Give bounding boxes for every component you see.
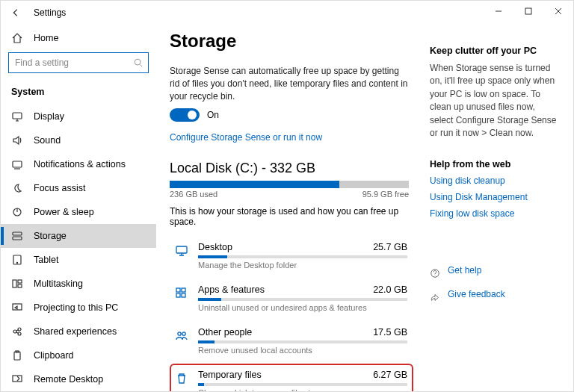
sidebar-item-label: Sound bbox=[34, 135, 61, 146]
disk-usage-bar bbox=[170, 181, 409, 188]
tip-body: When Storage sense is turned on, it'll f… bbox=[430, 62, 557, 140]
svg-point-14 bbox=[13, 330, 16, 333]
help-title: Help from the web bbox=[430, 159, 563, 169]
svg-rect-17 bbox=[14, 352, 20, 360]
storage-category-apps-features[interactable]: Apps & features22.0 GBUninstall unused o… bbox=[170, 279, 413, 318]
svg-point-26 bbox=[182, 332, 185, 335]
svg-rect-21 bbox=[176, 288, 180, 292]
storage-icon bbox=[11, 230, 23, 242]
tip-title: Keep clutter off your PC bbox=[430, 46, 563, 56]
desktop-icon bbox=[174, 243, 189, 258]
toggle-label: On bbox=[207, 110, 219, 120]
svg-rect-22 bbox=[182, 288, 185, 292]
configure-link[interactable]: Configure Storage Sense or run it now bbox=[170, 132, 322, 143]
project-icon bbox=[11, 302, 23, 314]
sidebar-item-focus-assist[interactable]: Focus assist bbox=[1, 176, 156, 200]
minimize-button[interactable] bbox=[484, 1, 513, 22]
svg-rect-20 bbox=[176, 246, 187, 253]
search-input[interactable]: Find a setting bbox=[8, 52, 149, 73]
category-bar bbox=[198, 340, 407, 343]
help-link[interactable]: Using Disk Management bbox=[430, 192, 563, 202]
category-size: 6.27 GB bbox=[373, 370, 407, 380]
sound-icon bbox=[11, 134, 23, 146]
svg-point-16 bbox=[18, 332, 21, 335]
sidebar-item-notifications-actions[interactable]: Notifications & actions bbox=[1, 152, 156, 176]
usage-desc: This is how your storage is used and how… bbox=[170, 206, 410, 227]
sidebar-item-label: Projecting to this PC bbox=[34, 302, 118, 313]
sidebar-item-shared-experiences[interactable]: Shared experiences bbox=[1, 320, 156, 343]
apps-icon bbox=[174, 286, 189, 301]
sidebar-item-remote-desktop[interactable]: Remote Desktop bbox=[1, 367, 156, 391]
storage-category-desktop[interactable]: Desktop25.7 GBManage the Desktop folder bbox=[170, 236, 413, 276]
category-sub: Manage the Desktop folder bbox=[198, 261, 407, 270]
feedback-row[interactable]: Give feedback bbox=[430, 289, 563, 305]
svg-point-25 bbox=[178, 332, 181, 335]
power-icon bbox=[11, 206, 23, 218]
trash-icon bbox=[174, 371, 189, 386]
help-link[interactable]: Fixing low disk space bbox=[430, 208, 563, 219]
notifications-icon bbox=[11, 158, 23, 170]
home-icon bbox=[11, 32, 23, 44]
sidebar-item-label: Storage bbox=[34, 231, 67, 241]
sidebar-item-clipboard[interactable]: Clipboard bbox=[1, 343, 156, 367]
svg-rect-11 bbox=[18, 280, 22, 283]
sidebar-item-sound[interactable]: Sound bbox=[1, 128, 156, 152]
search-icon bbox=[133, 57, 144, 68]
sidebar-item-label: Multitasking bbox=[34, 279, 83, 289]
search-placeholder: Find a setting bbox=[15, 57, 69, 68]
disk-title: Local Disk (C:) - 332 GB bbox=[170, 161, 410, 176]
remote-icon bbox=[11, 373, 23, 385]
svg-rect-23 bbox=[176, 293, 180, 297]
help-icon bbox=[430, 268, 440, 279]
close-button[interactable] bbox=[543, 1, 573, 22]
category-label: Desktop bbox=[198, 242, 232, 252]
svg-point-9 bbox=[16, 262, 17, 263]
storage-sense-toggle[interactable] bbox=[170, 108, 200, 122]
category-bar bbox=[198, 383, 407, 386]
disk-free-label: 95.9 GB free bbox=[362, 190, 409, 199]
sidebar-item-tablet[interactable]: Tablet bbox=[1, 248, 156, 272]
category-sub: Remove unused local accounts bbox=[198, 346, 407, 355]
sidebar-item-label: Focus assist bbox=[34, 183, 85, 193]
disk-used-label: 236 GB used bbox=[170, 190, 217, 199]
svg-rect-4 bbox=[13, 161, 22, 167]
window-title: Settings bbox=[28, 7, 66, 18]
category-size: 25.7 GB bbox=[373, 242, 407, 252]
sidebar: Home Find a setting System DisplaySoundN… bbox=[1, 25, 156, 391]
sidebar-item-label: Display bbox=[34, 111, 64, 122]
feedback-label: Give feedback bbox=[448, 289, 505, 299]
svg-point-15 bbox=[18, 328, 21, 331]
sidebar-item-projecting-to-this-pc[interactable]: Projecting to this PC bbox=[1, 296, 156, 320]
svg-point-2 bbox=[135, 59, 141, 65]
sidebar-item-power-sleep[interactable]: Power & sleep bbox=[1, 200, 156, 224]
category-label: Other people bbox=[198, 327, 252, 337]
get-help-row[interactable]: Get help bbox=[430, 265, 563, 281]
category-bar bbox=[198, 255, 407, 258]
window-controls bbox=[484, 1, 573, 22]
sidebar-item-label: Tablet bbox=[34, 255, 58, 265]
category-size: 22.0 GB bbox=[373, 284, 407, 295]
right-panel: Keep clutter off your PC When Storage se… bbox=[422, 25, 573, 391]
clipboard-icon bbox=[11, 349, 23, 361]
sidebar-item-label: Power & sleep bbox=[34, 207, 94, 217]
sidebar-item-label: Notifications & actions bbox=[34, 159, 126, 169]
back-button[interactable] bbox=[4, 1, 28, 25]
storage-category-other-people[interactable]: Other people17.5 GBRemove unused local a… bbox=[170, 321, 413, 361]
sidebar-item-label: Clipboard bbox=[34, 350, 74, 361]
sidebar-item-multitasking[interactable]: Multitasking bbox=[1, 272, 156, 296]
category-size: 17.5 GB bbox=[373, 327, 407, 337]
help-link[interactable]: Using disk cleanup bbox=[430, 175, 563, 186]
sidebar-item-display[interactable]: Display bbox=[1, 105, 156, 128]
sidebar-item-storage[interactable]: Storage bbox=[1, 224, 156, 248]
svg-rect-6 bbox=[13, 232, 22, 235]
sidebar-item-label: Shared experiences bbox=[34, 326, 117, 337]
get-help-label: Get help bbox=[448, 265, 481, 276]
feedback-icon bbox=[430, 292, 440, 302]
sidebar-home[interactable]: Home bbox=[1, 28, 156, 48]
storage-category-temporary-files[interactable]: Temporary files6.27 GBChoose which tempo… bbox=[170, 364, 413, 391]
maximize-button[interactable] bbox=[513, 1, 543, 22]
storage-sense-desc: Storage Sense can automatically free up … bbox=[170, 65, 410, 102]
category-sub: Uninstall unused or undesired apps & fea… bbox=[198, 303, 407, 312]
display-icon bbox=[11, 111, 23, 122]
svg-rect-3 bbox=[13, 113, 22, 119]
